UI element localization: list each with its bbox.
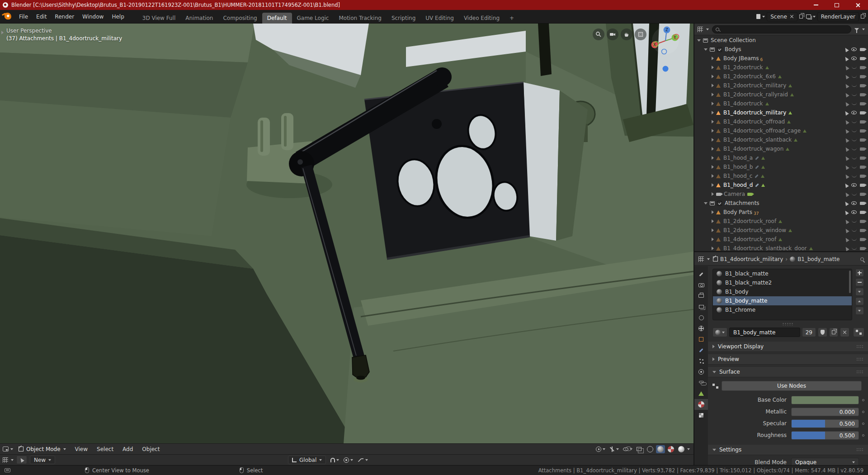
outliner-row-camera[interactable]: Camera — [694, 190, 868, 199]
menu-view[interactable]: View — [71, 446, 91, 452]
expand-icon[interactable] — [712, 129, 714, 133]
tab-physics[interactable] — [694, 366, 708, 377]
tab-video-editing[interactable]: Video Editing — [459, 13, 505, 24]
select-arrow-icon[interactable] — [844, 182, 849, 188]
hide-eye-icon[interactable] — [852, 75, 857, 78]
tab-object-data[interactable] — [694, 388, 708, 399]
select-arrow-icon[interactable] — [844, 83, 849, 88]
expand-icon[interactable] — [712, 165, 714, 169]
render-layer-dropdown-icon[interactable] — [813, 16, 816, 18]
expand-icon[interactable] — [712, 174, 714, 178]
overlays-group[interactable] — [623, 447, 632, 451]
outliner-row-object[interactable]: B1_2doortruck — [694, 63, 868, 72]
unlink-material-button[interactable] — [840, 328, 849, 337]
tab-scripting[interactable]: Scripting — [387, 13, 420, 24]
collection-checkbox[interactable] — [717, 47, 722, 52]
animate-dot[interactable] — [862, 423, 864, 425]
tool-editor-dropdown-icon[interactable] — [11, 459, 14, 461]
outliner-row-collection[interactable]: Bodys — [694, 45, 868, 54]
render-visibility-icon[interactable] — [860, 66, 865, 69]
render-visibility-icon[interactable] — [860, 238, 865, 241]
hide-eye-icon[interactable] — [852, 129, 857, 132]
render-visibility-icon[interactable] — [860, 138, 865, 142]
panel-grip[interactable] — [856, 370, 863, 374]
select-arrow-icon[interactable] — [844, 92, 849, 97]
hide-eye-icon[interactable] — [852, 138, 857, 141]
proportional-edit-group[interactable] — [344, 457, 353, 463]
menu-select[interactable]: Select — [93, 446, 117, 452]
panel-preview[interactable]: Preview — [708, 354, 868, 365]
material-slot[interactable]: B1_black_matte — [713, 269, 852, 278]
select-arrow-icon[interactable] — [844, 200, 849, 206]
unlink-scene-icon[interactable] — [790, 14, 794, 19]
outliner-row-object[interactable]: B1_4doortruck_slantback_door — [694, 244, 868, 251]
select-arrow-icon[interactable] — [844, 209, 849, 215]
maximize-button[interactable] — [826, 0, 847, 10]
tab-scene[interactable] — [694, 312, 708, 323]
outliner-editor-icon[interactable] — [698, 27, 703, 32]
new-render-layer-icon[interactable] — [861, 14, 864, 19]
hide-eye-icon[interactable] — [852, 229, 857, 232]
render-visibility-icon[interactable] — [860, 57, 865, 60]
editor-type-icon[interactable] — [3, 446, 9, 451]
select-arrow-icon[interactable] — [844, 128, 849, 133]
scene-name-field[interactable]: Scene — [767, 12, 797, 21]
toolbar-expand-icon[interactable] — [1, 31, 4, 34]
render-visibility-icon[interactable] — [860, 184, 865, 187]
tab-tool[interactable] — [694, 269, 708, 280]
panel-grip[interactable] — [856, 345, 863, 348]
expand-icon[interactable] — [712, 156, 714, 160]
hide-eye-icon[interactable] — [852, 66, 857, 69]
tab-motion-tracking[interactable]: Motion Tracking — [334, 13, 386, 24]
select-arrow-icon[interactable] — [844, 246, 849, 251]
expand-icon[interactable] — [712, 93, 714, 96]
outliner-row-object[interactable]: Body JBeams6 — [694, 54, 868, 63]
gizmos-group[interactable] — [609, 446, 619, 452]
select-arrow-icon[interactable] — [844, 237, 849, 242]
move-slot-down-button[interactable] — [855, 307, 864, 315]
menu-edit[interactable]: Edit — [32, 14, 51, 20]
outliner-search-input[interactable] — [722, 26, 848, 33]
tab-3d-view-full[interactable]: 3D View Full — [137, 13, 181, 24]
outliner-row-object[interactable]: B1_4doortruck — [694, 99, 868, 108]
render-visibility-icon[interactable] — [860, 157, 865, 160]
animate-dot[interactable] — [862, 399, 864, 401]
tool-editor-icon[interactable] — [3, 457, 8, 463]
material-slot[interactable]: B1_black_matte2 — [713, 278, 852, 287]
outliner-row-collection[interactable]: Attachments — [694, 199, 868, 208]
shading-material-button[interactable] — [666, 445, 675, 453]
hide-eye-icon[interactable] — [852, 93, 857, 96]
editor-type-dropdown-icon[interactable] — [10, 448, 13, 450]
expand-icon[interactable] — [697, 39, 701, 42]
expand-icon[interactable] — [712, 247, 714, 250]
add-slot-button[interactable] — [855, 269, 864, 277]
render-visibility-icon[interactable] — [860, 202, 865, 205]
outliner-row-object[interactable]: B1_4doortruck_offroad_cage — [694, 126, 868, 135]
animate-dot[interactable] — [862, 411, 864, 413]
material-slot[interactable]: B1_chrome — [713, 305, 852, 314]
fake-user-button[interactable] — [818, 328, 827, 337]
expand-icon[interactable] — [712, 111, 714, 114]
render-visibility-icon[interactable] — [860, 175, 865, 178]
new-material-button[interactable] — [829, 328, 838, 337]
move-slot-up-button[interactable] — [855, 297, 864, 305]
shading-wireframe-button[interactable] — [646, 445, 655, 453]
menu-file[interactable]: File — [15, 14, 32, 20]
select-arrow-icon[interactable] — [844, 110, 849, 115]
properties-editor-icon[interactable] — [698, 256, 704, 262]
render-visibility-icon[interactable] — [860, 229, 865, 232]
render-visibility-icon[interactable] — [860, 211, 865, 214]
render-visibility-icon[interactable] — [860, 111, 865, 114]
select-arrow-icon[interactable] — [844, 101, 849, 106]
panel-settings[interactable]: Settings — [708, 444, 868, 455]
hide-eye-icon[interactable] — [852, 166, 857, 168]
outliner-row-object[interactable]: B1_2doortruck_rallyraid — [694, 90, 868, 99]
menu-render[interactable]: Render — [51, 14, 78, 20]
list-resize-grip[interactable] — [782, 323, 794, 325]
minimize-button[interactable] — [806, 0, 826, 10]
select-arrow-icon[interactable] — [844, 56, 849, 61]
filter-icon[interactable] — [854, 28, 859, 31]
remove-slot-button[interactable] — [855, 278, 864, 286]
tool-preset-dropdown[interactable]: New — [30, 456, 55, 464]
render-visibility-icon[interactable] — [860, 147, 865, 151]
